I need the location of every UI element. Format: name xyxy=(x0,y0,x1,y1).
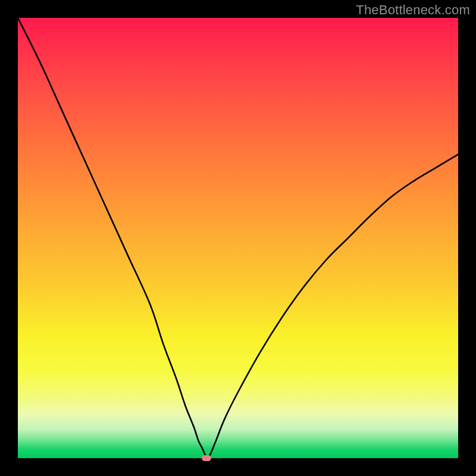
chart-frame: TheBottleneck.com xyxy=(0,0,476,476)
curve-svg xyxy=(18,18,458,458)
watermark-text: TheBottleneck.com xyxy=(356,2,470,18)
optimal-marker xyxy=(202,455,211,461)
bottleneck-curve xyxy=(18,18,458,458)
plot-area xyxy=(18,18,458,458)
